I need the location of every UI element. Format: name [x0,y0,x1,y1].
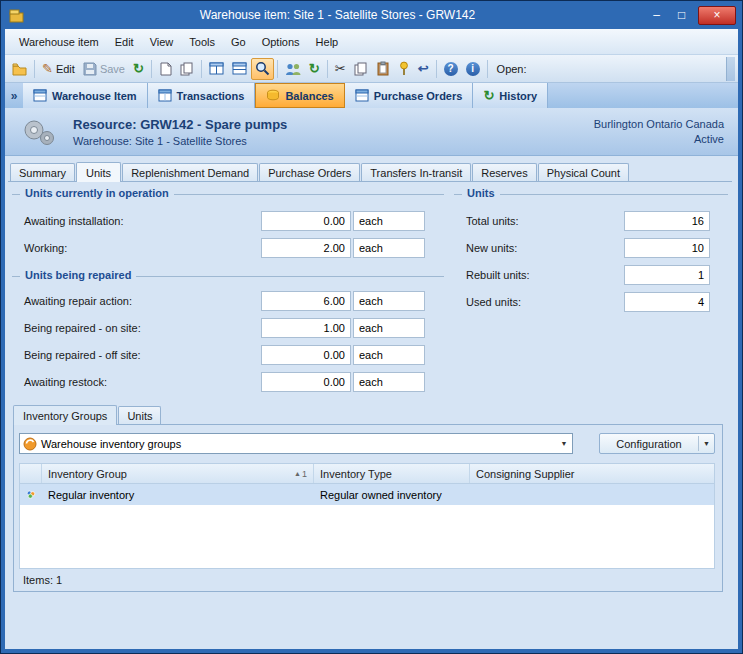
preview-toggle-button[interactable] [251,58,274,80]
table-header-row: Inventory Group ▲1 Inventory Type Consig… [20,464,714,484]
total-units-field[interactable]: 16 [624,211,710,231]
menu-tools[interactable]: Tools [181,32,223,52]
chevron-down-icon: ▼ [556,440,572,447]
being-repaired-on-site-field[interactable]: 1.00 [261,318,351,338]
open-item-button[interactable] [8,58,31,80]
pages-icon [180,62,194,76]
menu-options[interactable]: Options [254,32,308,52]
menu-edit[interactable]: Edit [107,32,142,52]
working-field[interactable]: 2.00 [261,238,351,258]
menu-warehouse-item[interactable]: Warehouse item [11,32,107,52]
nav-tab-purchase-orders[interactable]: Purchase Orders [345,83,474,108]
edit-button[interactable]: ✎ Edit [38,58,79,80]
users-button[interactable] [281,58,305,80]
help-button[interactable]: ? [440,58,462,80]
tab-inventory-units[interactable]: Units [118,406,161,424]
rebuilt-units-field[interactable]: 1 [624,265,710,285]
nav-tab-label: Balances [285,90,333,102]
field-row: Being repaired - on site: 1.00 each [22,318,434,339]
tab-inventory-groups[interactable]: Inventory Groups [13,405,117,425]
cut-button[interactable]: ✂ [331,58,350,80]
field-label: Used units: [466,296,521,308]
configuration-button-label: Configuration [600,438,698,450]
new-page-button[interactable] [155,58,176,80]
undo-button[interactable]: ↩ [414,58,433,80]
tab-reserves[interactable]: Reserves [472,163,536,181]
field-label: Working: [24,242,67,254]
inventory-sphere-icon [23,437,37,451]
edit-pencil-icon: ✎ [42,62,53,75]
info-button[interactable]: i [462,58,484,80]
nav-tab-balances[interactable]: Balances [255,83,344,108]
inventory-view-dropdown[interactable]: Warehouse inventory groups ▼ [19,433,573,454]
awaiting-installation-unit-field[interactable]: each [353,211,425,231]
menu-bar: Warehouse item Edit View Tools Go Option… [5,29,738,55]
tab-transfers-in-transit[interactable]: Transfers In-transit [361,163,471,181]
duplicate-page-button[interactable] [176,58,198,80]
paste-button[interactable] [372,58,394,80]
maximize-button[interactable]: □ [669,8,694,22]
nav-tab-history[interactable]: ↻ History [473,83,548,108]
tab-purchase-orders[interactable]: Purchase Orders [259,163,360,181]
detail-content: Summary Units Replenishment Demand Purch… [5,156,738,649]
header-main: Resource: GRW142 - Spare pumps Warehouse… [73,117,287,147]
configuration-button[interactable]: Configuration ▼ [599,433,715,454]
awaiting-installation-field[interactable]: 0.00 [261,211,351,231]
refresh-button[interactable]: ↻ [129,58,148,80]
nav-tab-transactions[interactable]: Transactions [148,83,256,108]
tab-summary[interactable]: Summary [10,163,75,181]
awaiting-restock-unit-field[interactable]: each [353,372,425,392]
minimize-button[interactable]: – [644,8,669,22]
nav-tab-label: Transactions [177,90,245,102]
menu-help[interactable]: Help [308,32,347,52]
toolbar: ✎ Edit Save ↻ [5,55,738,83]
table-row[interactable]: Regular inventory Regular owned inventor… [20,484,714,505]
toolbar-overflow[interactable] [726,57,735,81]
column-header-inventory-type[interactable]: Inventory Type [314,464,470,483]
being-repaired-on-site-unit-field[interactable]: each [353,318,425,338]
menu-view[interactable]: View [142,32,182,52]
being-repaired-off-site-unit-field[interactable]: each [353,345,425,365]
awaiting-repair-action-field[interactable]: 6.00 [261,291,351,311]
column-header-label: Inventory Group [48,468,127,480]
column-header-inventory-group[interactable]: Inventory Group ▲1 [42,464,314,483]
units-tab-panel: Units currently in operation Awaiting in… [8,181,732,649]
pin-button[interactable] [394,58,414,80]
field-row: Awaiting repair action: 6.00 each [22,291,434,312]
toolbar-separator [327,60,328,78]
title-bar: Warehouse item: Site 1 - Satellite Store… [5,1,738,29]
field-label: Rebuilt units: [466,269,530,281]
tab-replenishment-demand[interactable]: Replenishment Demand [122,163,258,181]
working-unit-field[interactable]: each [353,238,425,258]
nav-overflow-chevron-icon[interactable]: » [5,83,23,108]
icon-column-header[interactable] [20,464,42,483]
menu-go[interactable]: Go [223,32,254,52]
tab-units[interactable]: Units [76,162,121,182]
nav-tab-warehouse-item[interactable]: Warehouse Item [23,83,148,108]
used-units-field[interactable]: 4 [624,292,710,312]
save-button[interactable]: Save [79,58,129,80]
column-header-consigning-supplier[interactable]: Consigning Supplier [470,464,714,483]
close-button[interactable]: × [698,6,736,25]
awaiting-restock-field[interactable]: 0.00 [261,372,351,392]
inventory-groups-panel: Warehouse inventory groups ▼ Configurati… [13,424,723,592]
tile-vertical-button[interactable] [205,58,228,80]
being-repaired-off-site-field[interactable]: 0.00 [261,345,351,365]
group-title: Units currently in operation [20,187,174,199]
new-units-field[interactable]: 10 [624,238,710,258]
field-label: Awaiting repair action: [24,295,132,307]
tile-horizontal-button[interactable] [228,58,251,80]
status-badge: Active [594,133,724,145]
awaiting-repair-action-unit-field[interactable]: each [353,291,425,311]
reload-button[interactable]: ↻ [305,58,324,80]
field-row: Being repaired - off site: 0.00 each [22,345,434,366]
app-icon [8,8,25,23]
sort-order-number: 1 [302,469,307,479]
field-label: Total units: [466,215,519,227]
dropdown-value: Warehouse inventory groups [37,438,556,450]
tab-physical-count[interactable]: Physical Count [538,163,629,181]
cell-consigning-supplier [470,484,714,505]
copy-button[interactable] [350,58,372,80]
toolbar-separator [201,60,202,78]
group-units-totals: Units Total units: 16 New units: 10 Rebu… [454,194,728,334]
